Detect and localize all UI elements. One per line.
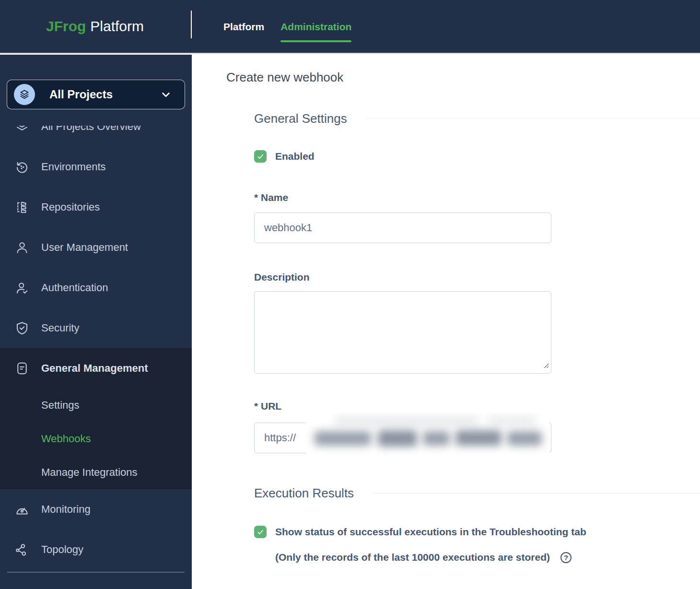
name-input[interactable] (254, 212, 551, 243)
user-check-icon (14, 281, 30, 295)
sidebar-item-environments[interactable]: Environments (0, 147, 192, 187)
show-status-label: Show status of successful executions in … (275, 526, 586, 538)
logo-brand-text: JFrog (46, 18, 86, 35)
tab-platform[interactable]: Platform (223, 0, 264, 54)
enabled-row: Enabled (254, 150, 700, 163)
overview-layers-icon (14, 126, 30, 134)
enabled-checkbox[interactable] (254, 150, 267, 163)
executions-note: (Only the records of the last 10000 exec… (275, 552, 550, 563)
section-divider-line (366, 118, 700, 119)
network-icon (14, 542, 30, 557)
admin-sidebar: All Projects All Projects Overview (0, 55, 192, 589)
redacted-url-blur (306, 413, 549, 461)
sidebar-item-manage-integrations[interactable]: Manage Integrations (0, 456, 192, 489)
sidebar-nav: All Projects Overview Environments R (0, 126, 192, 589)
url-field-wrap (254, 423, 551, 453)
description-textarea[interactable] (254, 291, 551, 374)
sidebar-item-repositories[interactable]: Repositories (0, 187, 192, 227)
description-label: Description (254, 271, 700, 283)
repositories-icon (14, 200, 30, 214)
sidebar-item-monitoring[interactable]: Monitoring (0, 489, 192, 530)
sidebar-item-settings[interactable]: Settings (0, 389, 192, 422)
logo-product-text: Platform (90, 18, 144, 35)
sidebar-item-general-management[interactable]: General Management (0, 348, 192, 389)
jfrog-logo: JFrog Platform (0, 0, 192, 53)
sidebar-item-all-projects-overview[interactable]: All Projects Overview (0, 126, 192, 147)
sidebar-item-webhooks[interactable]: Webhooks (0, 422, 192, 456)
show-status-row: Show status of successful executions in … (254, 526, 700, 538)
environments-cycle-icon (14, 160, 30, 174)
chevron-down-icon (160, 88, 172, 101)
gauge-icon (14, 502, 30, 517)
enabled-label: Enabled (275, 151, 315, 162)
url-label: * URL (254, 401, 700, 412)
execution-results-section-header: Execution Results (254, 486, 700, 501)
project-selector-label: All Projects (49, 88, 160, 101)
document-icon (14, 361, 30, 376)
projects-layers-icon (14, 84, 35, 105)
show-status-checkbox[interactable] (254, 526, 267, 538)
sidebar-divider (7, 572, 185, 573)
project-selector-button[interactable]: All Projects (7, 80, 185, 109)
description-field-wrap (254, 291, 551, 374)
name-label: * Name (254, 192, 700, 203)
sidebar-item-user-management[interactable]: User Management (0, 227, 192, 268)
main-content: Create new webhook General Settings Enab… (192, 55, 700, 589)
webhook-form: General Settings Enabled * Name Descript… (254, 111, 700, 563)
user-icon (14, 240, 30, 255)
header-tabs: Platform Administration (192, 0, 351, 53)
general-settings-section-header: General Settings (254, 111, 700, 126)
sidebar-item-topology[interactable]: Topology (0, 530, 192, 570)
resize-handle-icon[interactable] (543, 362, 549, 370)
page-title: Create new webhook (226, 70, 700, 85)
general-management-section: General Management Settings Webhooks Man… (0, 348, 192, 489)
sidebar-item-authentication[interactable]: Authentication (0, 268, 192, 308)
general-settings-title: General Settings (254, 111, 347, 126)
section-divider-line (373, 493, 700, 494)
shield-check-icon (14, 321, 30, 335)
tab-administration[interactable]: Administration (280, 0, 351, 54)
execution-results-title: Execution Results (254, 486, 354, 501)
sidebar-item-security[interactable]: Security (0, 308, 192, 348)
help-icon[interactable]: ? (560, 552, 572, 563)
top-header: JFrog Platform Platform Administration (0, 0, 700, 54)
executions-note-row: (Only the records of the last 10000 exec… (275, 552, 700, 563)
